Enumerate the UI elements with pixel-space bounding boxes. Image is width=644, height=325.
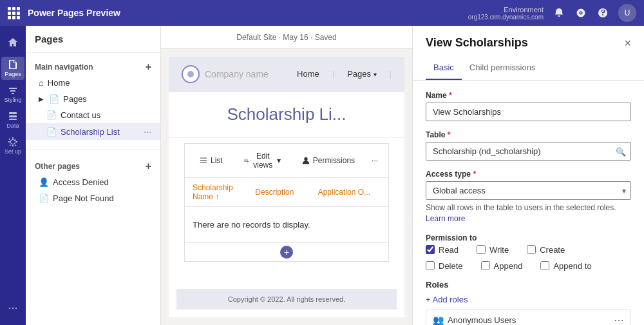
- sidebar-item-data[interactable]: Data: [1, 108, 24, 132]
- tab-basic[interactable]: Basic: [426, 57, 462, 80]
- add-other-pages-button[interactable]: +: [146, 161, 151, 172]
- site-nav-pages[interactable]: Pages ▾: [347, 69, 376, 79]
- site-footer: Copyright © 2022. All rights reserved.: [176, 289, 397, 310]
- required-indicator: *: [449, 91, 452, 100]
- file-icon: 📄: [49, 94, 59, 104]
- svg-rect-0: [9, 112, 17, 114]
- person-file-icon: 👤: [39, 177, 49, 187]
- add-row-button[interactable]: +: [280, 246, 293, 259]
- col-scholarship-name: Scholarship Name ↑: [193, 183, 255, 201]
- app-title: Power Pages Preview: [28, 8, 120, 18]
- delete-checkbox[interactable]: [426, 261, 435, 270]
- content-area: Default Site · May 16 · Saved Company na…: [161, 26, 412, 325]
- right-panel-title: View Scholarships: [426, 36, 528, 50]
- tab-child-permissions[interactable]: Child permissions: [462, 57, 544, 80]
- sidebar-styling-label: Styling: [4, 97, 21, 103]
- list-button[interactable]: List: [193, 153, 229, 168]
- site-logo: Company name: [182, 65, 269, 83]
- other-pages-section: Other pages + 👤 Access Denied 📄 Page Not…: [26, 152, 160, 213]
- nav-item-more-icon[interactable]: ···: [144, 126, 151, 137]
- table-input-wrapper: 🔍: [426, 142, 631, 161]
- write-checkbox[interactable]: [477, 245, 486, 254]
- search-icon: 🔍: [616, 146, 626, 156]
- sidebar-item-pages[interactable]: Pages: [1, 57, 24, 80]
- topbar-right: Environment org123.crm.dynamics.com U: [468, 4, 636, 22]
- delete-checkbox-item: Delete: [426, 261, 463, 271]
- sidebar-setup-label: Set up: [5, 148, 21, 155]
- table-container: List Edit views ▾ Permissions: [176, 143, 397, 262]
- sidebar-item-styling[interactable]: Styling: [1, 83, 24, 106]
- append-checkbox[interactable]: [481, 261, 490, 270]
- page-title: Scholarship Li...: [188, 104, 385, 124]
- sidebar-item-setup[interactable]: Set up: [1, 134, 24, 157]
- nav-item-contact-us[interactable]: 📄 Contact us: [26, 107, 160, 123]
- table-header: Scholarship Name ↑ Description Applicati…: [185, 178, 388, 207]
- add-roles-button[interactable]: + Add roles: [426, 295, 631, 304]
- data-table: Scholarship Name ↑ Description Applicati…: [184, 178, 389, 262]
- main-nav-header: Main navigation +: [26, 59, 160, 75]
- read-checkbox[interactable]: [426, 245, 435, 254]
- save-status: Default Site · May 16 · Saved: [236, 33, 336, 42]
- right-panel: View Scholarships × Basic Child permissi…: [412, 26, 644, 325]
- grid-icon[interactable]: [8, 7, 20, 19]
- nav-item-pages[interactable]: ▶ 📄 Pages: [26, 91, 160, 107]
- pages-header: Pages: [26, 26, 160, 53]
- append-to-checkbox-item: Append to: [540, 261, 591, 271]
- sidebar-pages-label: Pages: [5, 71, 21, 77]
- required-indicator: *: [448, 130, 451, 139]
- right-panel-header: View Scholarships ×: [413, 26, 644, 50]
- nav-item-scholarship-list[interactable]: 📄 Scholarship List ···: [26, 123, 160, 140]
- access-type-label: Access type *: [426, 170, 631, 179]
- help-icon[interactable]: [596, 6, 609, 19]
- permissions-group: Permission to Read Write Cre: [426, 233, 631, 271]
- pages-panel: Pages Main navigation + ⌂ Home ▶ 📄 Pages…: [26, 26, 161, 325]
- svg-point-6: [304, 157, 307, 161]
- avatar[interactable]: U: [618, 4, 636, 22]
- checkbox-group: Read Write Create: [426, 245, 631, 271]
- site-header: Company name Home | Pages ▾ |: [169, 57, 404, 92]
- notifications-icon[interactable]: [553, 6, 565, 19]
- role-more-icon[interactable]: ⋯: [614, 314, 624, 325]
- table-add-row[interactable]: +: [185, 242, 388, 261]
- table-toolbar: List Edit views ▾ Permissions: [184, 143, 389, 178]
- close-button[interactable]: ×: [624, 37, 631, 49]
- permissions-button[interactable]: Permissions: [295, 153, 361, 168]
- page-title-area: Scholarship Li...: [169, 92, 404, 138]
- svg-rect-1: [9, 115, 17, 117]
- nav-item-access-denied[interactable]: 👤 Access Denied: [26, 174, 160, 190]
- permissions-row-2: Delete Append Append to: [426, 261, 631, 271]
- chevron-icon: ▶: [39, 95, 44, 103]
- main-layout: Pages Styling Data Set up ··· Pages Main…: [0, 26, 644, 325]
- topbar: Power Pages Preview Environment org123.c…: [0, 0, 644, 26]
- roles-label: Roles: [426, 280, 631, 290]
- create-checkbox[interactable]: [527, 245, 536, 254]
- secondary-toolbar: Default Site · May 16 · Saved: [161, 26, 412, 49]
- role-icon: 👥: [433, 315, 444, 325]
- nav-item-home[interactable]: ⌂ Home: [26, 75, 160, 91]
- page-preview-inner: Company name Home | Pages ▾ | Scholarshi…: [169, 57, 404, 317]
- nav-item-page-not-found[interactable]: 📄 Page Not Found: [26, 190, 160, 206]
- add-main-nav-button[interactable]: +: [146, 62, 151, 72]
- col-application: Application O...: [318, 183, 381, 201]
- settings-icon[interactable]: [574, 6, 587, 19]
- access-type-select[interactable]: Global access Contact Account Self: [426, 181, 631, 200]
- icon-sidebar: Pages Styling Data Set up ···: [0, 26, 26, 325]
- site-nav-home[interactable]: Home: [297, 69, 319, 79]
- table-empty-message: There are no records to display.: [185, 207, 388, 242]
- learn-more-link[interactable]: Learn more: [426, 214, 465, 223]
- name-input[interactable]: [426, 103, 631, 121]
- sidebar-more-icon[interactable]: ···: [8, 301, 17, 320]
- append-to-checkbox[interactable]: [540, 261, 549, 270]
- sidebar-item-home[interactable]: [1, 31, 24, 54]
- name-field-group: Name *: [426, 91, 631, 121]
- create-checkbox-item: Create: [527, 245, 565, 255]
- toolbar-more-button[interactable]: ···: [365, 153, 384, 168]
- file-icon: 📄: [46, 127, 57, 137]
- required-indicator: *: [473, 170, 476, 179]
- site-name: Company name: [205, 69, 269, 79]
- table-input[interactable]: [426, 142, 631, 161]
- roles-section: Roles + Add roles 👥 Anonymous Users ⋯ 👥 …: [426, 280, 631, 325]
- file-icon: 📄: [39, 193, 49, 203]
- edit-views-button[interactable]: Edit views ▾: [237, 149, 287, 172]
- svg-rect-5: [200, 162, 207, 163]
